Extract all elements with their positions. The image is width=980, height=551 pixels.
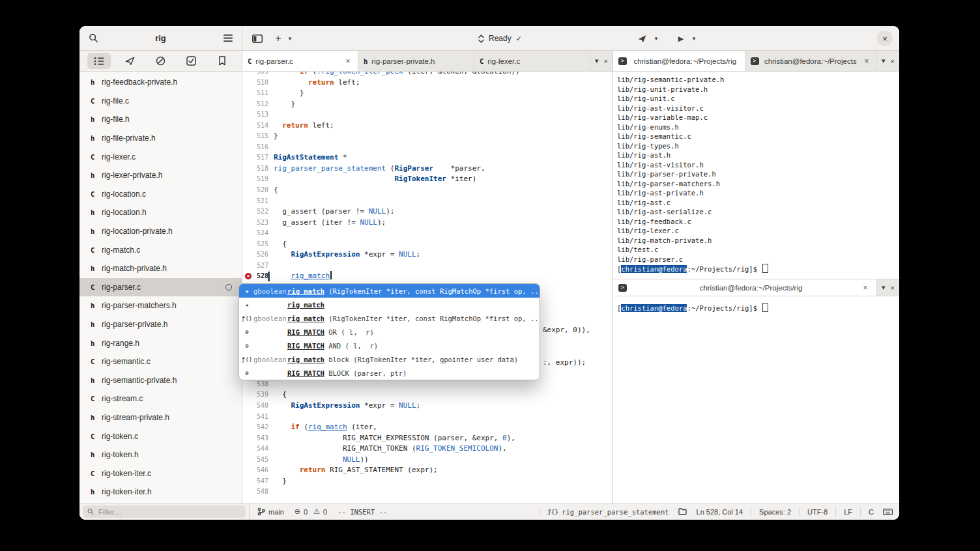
sidebar-file-item[interactable]: hrig-semantic-private.h [79,371,242,390]
code-line[interactable]: 520{ [242,185,612,196]
code-line[interactable]: 509 if (!rig_token_iter_peek (iter, &tok… [242,72,612,78]
diagnostics-button[interactable]: ⊖ 0 ⚠ 0 [295,507,327,516]
terminal-top[interactable]: lib/rig-semantic-private.hlib/rig-unit-p… [613,72,899,279]
sidebar-file-item[interactable]: Crig-match.c [79,240,242,259]
editor-tab[interactable]: hrig-parser-private.h [358,51,474,71]
code-line[interactable]: 514 return left; [242,120,612,132]
sidebar-file-item[interactable]: Crig-stream.c [79,389,242,408]
completion-item[interactable]: ★gbooleanrig_match (RigTokenIter *iter, … [239,284,540,298]
completion-item[interactable]: ƒ{}gbooleanrig_match (RigTokenIter *iter… [239,311,540,325]
sidebar-file-item[interactable]: Crig-semantic.c [79,352,242,371]
sidebar-file-item[interactable]: hrig-parser-private.h [79,315,242,334]
sidebar-file-item[interactable]: Crig-parser.c [79,278,242,297]
sidebar-file-item[interactable]: hrig-match-private.h [79,259,242,278]
tab-list-chevron[interactable]: ▾ [882,283,886,292]
code-line[interactable]: 510 return left; [242,78,612,89]
keyboard-settings-button[interactable] [882,506,893,518]
tab-list-chevron[interactable]: ▾ [595,57,599,65]
sidebar-file-item[interactable]: hrig-token-iter.h [79,483,242,502]
completion-item[interactable]: ƒ{}gbooleanrig_match_block (RigTokenIter… [239,352,540,366]
sidebar-file-item[interactable]: hrig-range.h [79,333,242,352]
code-line[interactable]: 525 { [242,239,612,250]
filter-input[interactable] [97,507,241,516]
sidebar-file-item[interactable]: hrig-parser-matchers.h [79,296,242,315]
code-line[interactable]: 518rig_parser_parse_statement (RigParser… [242,163,612,175]
filter-box[interactable] [83,505,246,518]
code-line[interactable]: 540 RigAstExpression *expr = NULL; [242,401,612,412]
code-line[interactable]: 527 [242,261,612,272]
code-line[interactable]: 511 } [242,88,612,99]
cursor-position[interactable]: Ln 528, Col 14 [697,508,743,516]
code-line[interactable]: 541 [242,412,612,423]
code-line[interactable]: 523 g_assert (iter != NULL); [242,218,612,229]
code-line[interactable]: 546 return RIG_AST_STATEMENT (expr); [242,465,612,476]
sidebar-file-item[interactable]: Crig-token.c [79,427,242,445]
code-line[interactable]: 545 NULL)) [242,455,612,466]
terminal-tab[interactable]: >christian@fedora:~/Projects/rig [613,51,745,71]
play-button[interactable]: ▶ [672,30,689,47]
run-project-button[interactable] [633,30,650,47]
code-line[interactable]: 526 RigAstExpression *expr = NULL; [242,249,612,261]
code-line[interactable]: 513 [242,109,612,120]
sidebar-file-item[interactable]: hrig-location.h [79,203,242,222]
sidebar-file-item[interactable]: Crig-file.c [79,92,242,111]
tab-list-chevron[interactable]: ▾ [882,57,886,65]
code-line[interactable]: 522 g_assert (parser != NULL); [242,206,612,218]
code-line[interactable]: 543 RIG_MATCH_EXPRESSION (parser, &expr,… [242,433,612,444]
search-button[interactable] [85,30,102,47]
code-line[interactable]: 521 [242,196,612,207]
new-document-button[interactable]: + [270,30,287,47]
completion-item[interactable]: ⊕RIG_MATCH_AND (_l, _r) [239,339,540,352]
code-line[interactable]: 539 { [242,389,612,401]
code-line[interactable]: 519 RigTokenIter *iter) [242,174,612,185]
close-page-icon[interactable]: × [604,57,608,65]
omnibar-button[interactable]: Ready ✓ [472,31,528,46]
completion-item[interactable]: ★rig_match [239,298,540,311]
code-line[interactable]: 548 [242,487,612,498]
sidebar-file-item[interactable]: hrig-file-private.h [79,129,242,148]
new-document-menu-chevron[interactable]: ▾ [285,30,295,47]
sidebar-file-item[interactable]: Crig-lexer.c [79,147,242,166]
indentation-setting[interactable]: Spaces: 2 [759,508,791,516]
open-folder-button[interactable] [677,506,689,518]
sidebar-tool-diagnostics[interactable] [149,53,172,69]
tab-close-icon[interactable]: × [862,57,871,66]
sidebar-tool-todos[interactable] [180,53,203,69]
sidebar-file-item[interactable]: hrig-feedback-private.h [79,73,242,92]
completion-item[interactable]: ⊕RIG_MATCH_BLOCK (parser, ptr) [239,366,540,380]
play-options-chevron[interactable]: ▾ [689,30,699,47]
sidebar-file-item[interactable]: Crig-location.c [79,185,242,204]
terminal-bottom[interactable]: [christian@fedora:~/Projects/rig]$ [613,296,899,503]
line-ending-setting[interactable]: LF [844,508,852,516]
tab-close-icon[interactable]: × [343,57,353,66]
code-line[interactable]: 512 } [242,99,612,110]
code-line[interactable]: 517RigAstStatement * [242,152,612,163]
sidebar-tool-build[interactable] [118,53,141,69]
code-line[interactable]: 538 [242,379,612,390]
sidebar-file-item[interactable]: hrig-file.h [79,110,242,129]
sidebar-file-item[interactable]: hrig-lexer-private.h [79,166,242,185]
window-close-button[interactable]: × [877,31,893,46]
code-line[interactable]: 547 } [242,476,612,487]
sidebar-file-item[interactable]: Crig-token-iter.c [79,464,242,483]
terminal-tab[interactable]: >christian@fedora:~/Projects/rig× [613,279,877,296]
menu-button[interactable] [220,30,237,47]
code-line[interactable]: 542 if (rig_match (iter, [242,422,612,433]
sidebar-file-item[interactable]: hrig-token.h [79,445,242,464]
code-line[interactable]: 544 RIG_MATCH_TOKEN (RIG_TOKEN_SEMICOLON… [242,444,612,455]
close-panel-icon[interactable]: × [891,57,895,65]
sidebar-file-item[interactable]: hrig-location-private.h [79,222,242,241]
code-line[interactable]: 516 [242,142,612,153]
sidebar-file-item[interactable]: hrig-stream-private.h [79,408,242,427]
sidebar-tool-bookmarks[interactable] [210,53,234,69]
language-mode[interactable]: C [869,508,874,516]
git-branch-button[interactable]: main [257,507,284,516]
editor-tab[interactable]: Crig-lexer.c [474,51,590,71]
code-line[interactable]: 515} [242,131,612,142]
editor-tab[interactable]: Crig-parser.c× [242,51,358,71]
code-line[interactable]: 524 [242,228,612,239]
close-panel-icon[interactable]: × [891,284,895,292]
code-line[interactable]: ×528 rig_match [242,271,612,282]
current-symbol-button[interactable]: ƒ{} rig_parser_parse_statement [547,508,669,516]
toggle-sidebar-button[interactable] [249,30,266,47]
